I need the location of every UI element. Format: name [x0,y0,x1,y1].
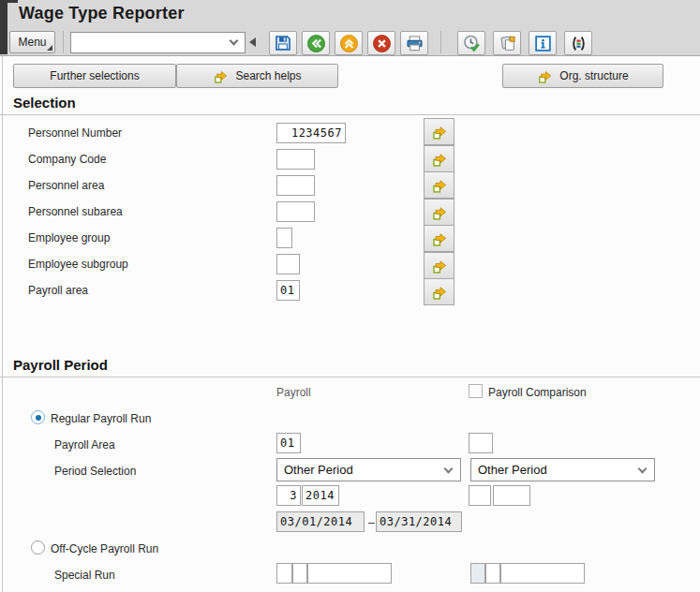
multiple-selection-button[interactable] [424,278,454,305]
command-field[interactable] [70,32,246,53]
personnel-area-label: Personnel area [28,179,104,192]
special-run-comparison-input-3[interactable] [500,563,585,584]
window-corner-decoration-top [0,0,18,3]
chevron-down-icon[interactable] [230,37,239,46]
toolbar-separator [63,31,64,53]
print-button[interactable] [400,31,428,55]
org-structure-label: Org. structure [559,69,628,82]
exit-icon [339,34,359,53]
multiple-selection-button[interactable] [424,225,454,252]
personnel-number-input[interactable] [276,123,346,143]
chevron-down-icon [444,465,454,474]
collapse-left-icon[interactable] [249,37,256,47]
payroll-area-selection-input[interactable] [276,280,300,301]
menu-button[interactable]: Menu [9,31,55,53]
payroll-area-label: Payroll Area [54,438,115,451]
execute-button[interactable] [457,31,485,55]
wage-type-reporter-window: Wage Type Reporter Menu [0,0,700,592]
special-run-label: Special Run [54,569,115,582]
date-from-input[interactable] [276,511,365,532]
company-code-input[interactable] [276,149,315,170]
window-left-border [2,56,3,592]
further-selections-label: Further selections [50,69,139,82]
toolbar-separator [440,31,441,53]
selection-arrow-icon [537,68,553,84]
special-run-comparison-input-1[interactable] [470,563,485,584]
multiple-selection-button[interactable] [424,145,454,172]
layout-brackets-icon [569,34,588,53]
menu-dropdown-corner-icon [47,45,52,51]
personnel-subarea-input[interactable] [276,201,315,222]
layout-button[interactable] [564,31,592,55]
off-cycle-payroll-run-radio[interactable] [31,540,45,555]
multiple-selection-arrow-icon [431,124,448,141]
header-bar: Wage Type Reporter Menu [0,0,700,56]
section-divider [0,114,700,115]
info-icon [533,34,553,53]
period-selection-comparison-value: Other Period [478,463,547,477]
personnel-subarea-label: Personnel subarea [28,205,123,218]
save-button[interactable] [269,31,297,55]
regular-payroll-run-label: Regular Payroll Run [51,412,151,425]
employee-group-label: Employee group [28,231,110,244]
employee-subgroup-input[interactable] [276,254,300,274]
copy-button[interactable] [493,31,521,55]
back-button[interactable] [302,31,330,55]
company-code-label: Company Code [28,153,106,166]
page-title: Wage Type Reporter [19,4,185,23]
further-selections-button[interactable]: Further selections [13,64,176,88]
period-number-comparison-input[interactable] [469,485,491,506]
regular-payroll-run-radio[interactable] [31,410,45,424]
special-run-comparison-input-2[interactable] [485,563,500,584]
period-selection-dropdown[interactable]: Other Period [276,458,461,481]
multiple-selection-arrow-icon [431,204,448,221]
special-run-input-3[interactable] [307,563,392,584]
selection-arrow-icon [213,68,229,84]
search-helps-button[interactable]: Search helps [176,64,338,88]
window-corner-decoration [0,0,7,54]
multiple-selection-button[interactable] [424,252,454,279]
period-year-comparison-input[interactable] [493,485,530,506]
special-run-input-2[interactable] [292,563,307,584]
period-selection-value: Other Period [284,463,353,477]
exit-button[interactable] [335,31,363,55]
cancel-button[interactable] [367,31,395,55]
cancel-icon [372,34,392,53]
multiple-selection-button[interactable] [424,118,454,145]
off-cycle-payroll-run-label: Off-Cycle Payroll Run [51,542,158,555]
payroll-comparison-checkbox[interactable] [469,384,483,398]
payroll-area-comparison-input[interactable] [469,433,493,453]
multiple-selection-arrow-icon [431,230,448,247]
personnel-number-label: Personnel Number [28,126,122,140]
multiple-selection-arrow-icon [431,258,448,274]
multiple-selection-button[interactable] [424,171,454,199]
multiple-selection-button[interactable] [424,199,454,226]
period-year-input[interactable] [302,485,339,506]
menu-button-label: Menu [18,36,46,49]
payroll-period-heading: Payroll Period [13,357,108,373]
info-button[interactable] [529,31,557,55]
print-icon [405,34,424,53]
save-icon [274,34,292,52]
payroll-column-label: Payroll [276,386,311,399]
payroll-area-selection-label: Payroll area [28,284,88,297]
personnel-area-input[interactable] [276,175,315,196]
payroll-area-input[interactable] [276,433,301,453]
employee-subgroup-label: Employee subgroup [28,258,128,271]
employee-group-input[interactable] [276,228,292,248]
org-structure-button[interactable]: Org. structure [502,64,663,88]
period-selection-comparison-dropdown[interactable]: Other Period [470,458,655,481]
special-run-input-1[interactable] [276,563,292,584]
multiple-selection-arrow-icon [431,284,448,301]
command-field-input[interactable] [73,34,223,52]
pages-icon [498,34,517,53]
date-range-separator: – [368,516,375,529]
search-helps-label: Search helps [235,69,301,82]
section-divider [0,377,700,377]
date-to-input[interactable] [376,511,462,532]
period-number-input[interactable] [276,485,301,506]
multiple-selection-arrow-icon [431,177,448,194]
back-icon [306,34,326,53]
chevron-down-icon [638,465,648,474]
multiple-selection-arrow-icon [431,151,448,168]
